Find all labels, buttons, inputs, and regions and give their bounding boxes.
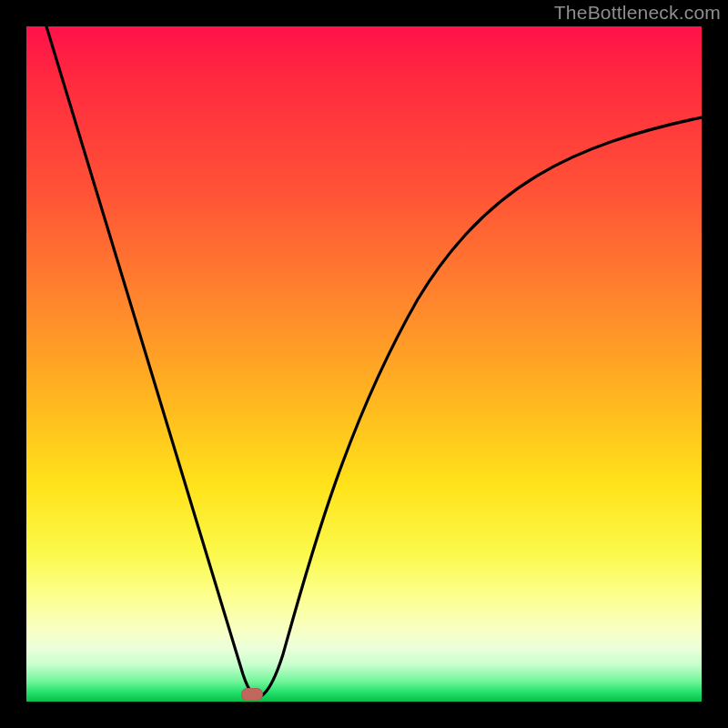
plot-area bbox=[26, 26, 702, 702]
watermark-text: TheBottleneck.com bbox=[554, 2, 721, 24]
chart-frame: TheBottleneck.com bbox=[0, 0, 728, 728]
bottleneck-curve bbox=[26, 26, 702, 702]
optimum-marker bbox=[241, 688, 263, 701]
